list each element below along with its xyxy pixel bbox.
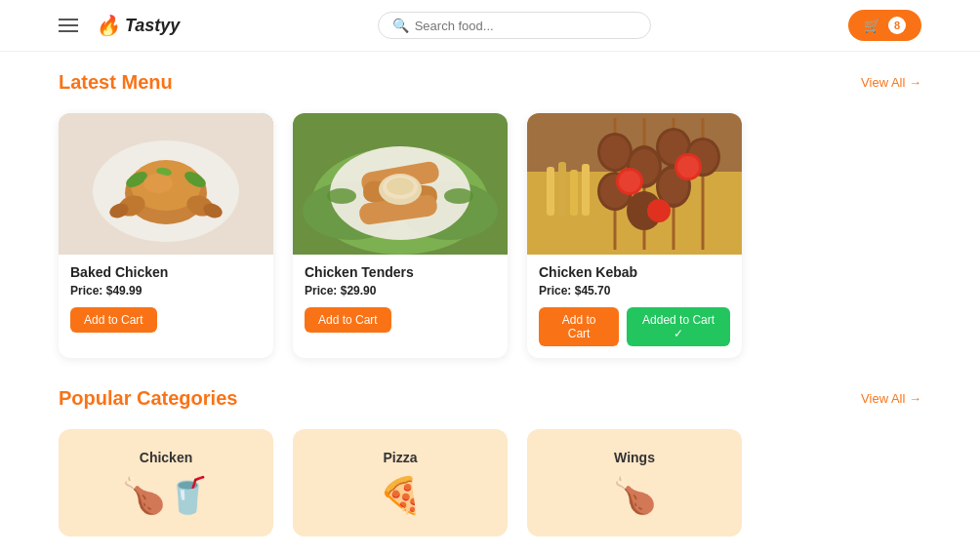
category-icon-wings: 🍗: [613, 475, 657, 516]
popular-categories-title-accent: Categories: [137, 387, 237, 409]
food-price-chicken-tenders: Price: $29.90: [305, 284, 496, 298]
food-name-chicken-tenders: Chicken Tenders: [305, 264, 496, 280]
svg-point-49: [619, 171, 640, 192]
food-cards-row: Baked Chicken Price: $49.99 Add to Cart: [59, 113, 921, 358]
svg-point-11: [143, 174, 173, 193]
food-price-chicken-kebab: Price: $45.70: [539, 284, 730, 298]
svg-point-23: [327, 188, 356, 204]
logo-icon: 🔥: [96, 14, 120, 37]
latest-menu-title-accent: Menu: [121, 71, 172, 93]
category-icon-chicken: 🍗🥤: [122, 475, 210, 516]
navbar: 🔥 Tastyy 🔍 🛒 8: [0, 0, 980, 52]
food-name-chicken-kebab: Chicken Kebab: [539, 264, 730, 280]
food-card-baked-chicken: Baked Chicken Price: $49.99 Add to Cart: [59, 113, 273, 358]
category-name-wings: Wings: [614, 450, 655, 465]
category-card-pizza[interactable]: Pizza 🍕: [293, 429, 508, 536]
svg-point-52: [647, 199, 671, 222]
svg-point-51: [677, 156, 699, 178]
popular-categories-title-plain: Popular: [59, 387, 137, 409]
svg-rect-30: [582, 164, 590, 216]
food-image-chicken-tenders: [293, 113, 508, 255]
latest-menu-title: Latest Menu: [59, 71, 173, 94]
category-card-chicken[interactable]: Chicken 🍗🥤: [59, 429, 273, 536]
search-icon: 🔍: [392, 18, 409, 33]
food-card-chicken-kebab: Chicken Kebab Price: $45.70 Add to Cart …: [527, 113, 742, 358]
category-name-chicken: Chicken: [140, 450, 192, 465]
food-image-chicken-kebab: [527, 113, 742, 255]
search-bar: 🔍: [378, 12, 651, 39]
category-card-wings[interactable]: Wings 🍗: [527, 429, 742, 536]
hamburger-menu[interactable]: [59, 19, 78, 32]
food-card-chicken-tenders-body: Chicken Tenders Price: $29.90 Add to Car…: [293, 255, 508, 344]
svg-point-24: [444, 188, 473, 204]
category-name-pizza: Pizza: [383, 450, 417, 465]
popular-categories-title: Popular Categories: [59, 387, 237, 410]
svg-rect-29: [570, 170, 578, 216]
svg-point-36: [600, 136, 630, 169]
food-card-chicken-kebab-body: Chicken Kebab Price: $45.70 Add to Cart …: [527, 255, 742, 358]
latest-menu-header: Latest Menu View All →: [59, 71, 921, 94]
food-price-baked-chicken: Price: $49.99: [70, 284, 262, 298]
logo-text: Tastyy: [125, 16, 180, 36]
main-content: Latest Menu View All →: [0, 52, 980, 556]
latest-menu-view-all[interactable]: View All →: [861, 75, 921, 90]
svg-rect-27: [547, 167, 554, 216]
popular-categories-view-all[interactable]: View All →: [861, 391, 921, 406]
svg-rect-28: [558, 162, 566, 216]
food-name-baked-chicken: Baked Chicken: [70, 264, 262, 280]
popular-categories-section: Popular Categories View All → Chicken 🍗🥤…: [59, 387, 921, 536]
food-card-baked-chicken-body: Baked Chicken Price: $49.99 Add to Cart: [59, 255, 273, 344]
added-to-cart-chicken-kebab[interactable]: Added to Cart ✓: [627, 307, 730, 346]
svg-point-22: [387, 178, 414, 195]
cart-count: 8: [888, 17, 906, 34]
search-input[interactable]: [415, 19, 636, 33]
add-to-cart-chicken-kebab[interactable]: Add to Cart: [539, 307, 619, 346]
category-cards-row: Chicken 🍗🥤 Pizza 🍕 Wings 🍗: [59, 429, 921, 536]
category-icon-pizza: 🍕: [379, 475, 423, 516]
logo: 🔥 Tastyy: [96, 14, 180, 37]
popular-categories-header: Popular Categories View All →: [59, 387, 921, 410]
cart-button[interactable]: 🛒 8: [848, 10, 921, 41]
food-card-chicken-tenders: Chicken Tenders Price: $29.90 Add to Car…: [293, 113, 508, 358]
add-to-cart-chicken-tenders[interactable]: Add to Cart: [305, 307, 391, 333]
latest-menu-title-plain: Latest: [59, 71, 121, 93]
nav-left: 🔥 Tastyy: [59, 14, 180, 37]
food-image-baked-chicken: [59, 113, 273, 255]
cart-icon: 🛒: [864, 18, 880, 33]
add-to-cart-baked-chicken[interactable]: Add to Cart: [70, 307, 157, 333]
